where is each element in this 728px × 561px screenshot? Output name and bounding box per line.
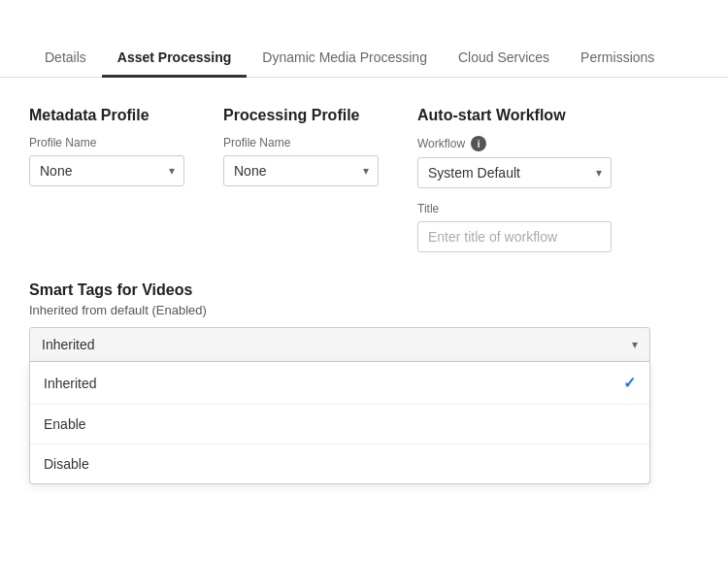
- smart-tags-option-enable-label: Enable: [44, 416, 86, 432]
- metadata-profile-select[interactable]: None: [29, 155, 184, 186]
- tab-permissions[interactable]: Permissions: [565, 40, 670, 78]
- page-container: Details Asset Processing Dynamic Media P…: [0, 0, 728, 561]
- tab-bar: Details Asset Processing Dynamic Media P…: [0, 0, 728, 78]
- profiles-row: Metadata Profile Profile Name None ▾ Pro…: [29, 107, 699, 252]
- workflow-label-row: Workflow i: [417, 136, 612, 151]
- smart-tags-option-disable[interactable]: Disable: [30, 445, 649, 483]
- processing-profile-select[interactable]: None: [223, 155, 379, 186]
- smart-tags-dropdown-menu: Inherited ✓ Enable Disable: [29, 362, 650, 484]
- check-icon: ✓: [623, 374, 636, 392]
- info-icon[interactable]: i: [471, 136, 486, 151]
- tab-cloud-services[interactable]: Cloud Services: [443, 40, 565, 78]
- smart-tags-heading: Smart Tags for Videos: [29, 281, 699, 299]
- tab-details[interactable]: Details: [29, 40, 102, 78]
- metadata-profile-section: Metadata Profile Profile Name None ▾: [29, 107, 184, 252]
- title-label: Title: [417, 202, 612, 215]
- auto-start-workflow-section: Auto-start Workflow Workflow i System De…: [417, 107, 612, 252]
- main-content: Metadata Profile Profile Name None ▾ Pro…: [0, 78, 728, 561]
- smart-tags-dropdown-trigger[interactable]: Inherited ▾: [29, 327, 650, 362]
- processing-profile-heading: Processing Profile: [223, 107, 379, 124]
- tab-dynamic-media[interactable]: Dynamic Media Processing: [247, 40, 443, 78]
- workflow-select[interactable]: System Default: [417, 157, 612, 188]
- smart-tags-chevron-icon: ▾: [632, 338, 638, 351]
- processing-profile-label: Profile Name: [223, 136, 379, 149]
- processing-profile-section: Processing Profile Profile Name None ▾: [223, 107, 379, 252]
- metadata-profile-select-wrapper: None ▾: [29, 155, 184, 186]
- title-input[interactable]: [417, 221, 612, 252]
- processing-profile-select-wrapper: None ▾: [223, 155, 379, 186]
- smart-tags-option-disable-label: Disable: [44, 456, 89, 472]
- tab-asset-processing[interactable]: Asset Processing: [102, 40, 248, 78]
- smart-tags-option-inherited-label: Inherited: [44, 376, 96, 391]
- workflow-select-wrapper: System Default ▾: [417, 157, 612, 188]
- smart-tags-selected-value: Inherited: [42, 337, 94, 352]
- smart-tags-option-enable[interactable]: Enable: [30, 405, 649, 445]
- metadata-profile-heading: Metadata Profile: [29, 107, 184, 124]
- smart-tags-section: Smart Tags for Videos Inherited from def…: [29, 281, 699, 484]
- auto-start-workflow-heading: Auto-start Workflow: [417, 107, 612, 124]
- smart-tags-sublabel: Inherited from default (Enabled): [29, 303, 699, 317]
- workflow-label: Workflow: [417, 137, 465, 150]
- smart-tags-option-inherited[interactable]: Inherited ✓: [30, 362, 649, 405]
- metadata-profile-label: Profile Name: [29, 136, 184, 149]
